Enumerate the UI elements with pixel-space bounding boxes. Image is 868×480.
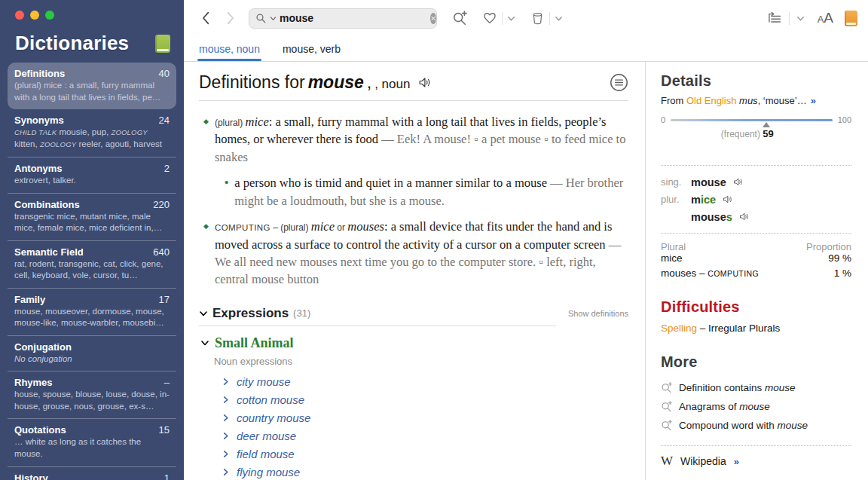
plural-table: mice 99 % mouses – COMPUTING 1 % — [661, 252, 851, 282]
search-scope-chevron-icon[interactable] — [270, 15, 277, 22]
frequency-min: 0 — [661, 115, 665, 124]
sidebar-item[interactable]: Conjugation No conjugation — [8, 335, 176, 371]
minimize-window-button[interactable] — [30, 11, 39, 20]
sidebar-item-label: Definitions — [14, 68, 65, 79]
pronounce-speaker-icon[interactable] — [417, 75, 432, 90]
expression-group-title[interactable]: Small Animal — [215, 335, 294, 351]
sidebar-item-count: 24 — [159, 115, 170, 126]
favorites-chevron-icon[interactable] — [507, 14, 515, 23]
definition-bullet-icon: ◆ — [203, 113, 209, 166]
wikipedia-label[interactable]: Wikipedia — [680, 455, 726, 467]
expression-item[interactable]: deer mouse — [222, 427, 628, 445]
dotted-divider — [661, 233, 851, 234]
definitions-list: ◆ (plural) mice: a small, furry mammal w… — [199, 101, 628, 301]
search-plus-icon — [661, 401, 672, 412]
back-icon[interactable] — [197, 9, 214, 27]
sidebar-title: Dictionaries — [15, 32, 129, 55]
expression-item[interactable]: country mouse — [222, 409, 628, 427]
more-item-label: Anagrams of mouse — [679, 401, 770, 412]
sidebar-item[interactable]: History 1 Word from the native lexical s… — [8, 466, 176, 480]
word-form-row: plur. mice — [661, 191, 851, 208]
sidebar-item[interactable]: Family 17 mouse, mouseover, dormouse, mo… — [8, 288, 176, 335]
show-definitions-button[interactable]: Show definitions — [568, 309, 628, 318]
more-item[interactable]: Anagrams of mouse — [661, 397, 851, 416]
sidebar-item[interactable]: Rhymes – house, spouse, blouse, louse, d… — [8, 371, 176, 418]
heading-prefix: Definitions for — [199, 72, 305, 93]
wikipedia-w-icon: W — [661, 454, 673, 469]
clear-search-icon[interactable]: ✕ — [430, 13, 436, 24]
sidebar-section-list: Definitions 40 (plural) mice : a small, … — [0, 63, 184, 480]
frequency-max: 100 — [838, 115, 851, 124]
zoom-window-button[interactable] — [45, 11, 54, 20]
sidebar-item[interactable]: Synonyms 24 CHILD TALK mousie, pup, ZOOL… — [8, 109, 176, 157]
green-book-icon — [155, 35, 170, 53]
toolbar-separator — [789, 12, 790, 25]
favorites-heart-icon[interactable] — [482, 11, 497, 26]
expression-item[interactable]: field mouse — [222, 445, 628, 463]
sidebar-item[interactable]: Combinations 220 transgenic mice, mutant… — [8, 193, 176, 240]
sidebar-item-preview: No conjugation — [14, 353, 170, 365]
word-form-row: sing. mouse — [661, 173, 851, 191]
etymology-more-link[interactable]: » — [811, 95, 816, 106]
sidebar-item-preview: … white as long as it catches the mouse.… — [14, 436, 170, 460]
expression-label: deer mouse — [237, 430, 296, 442]
bin-chevron-icon[interactable] — [555, 14, 563, 23]
expression-item[interactable]: city mouse — [222, 373, 628, 391]
difficulty-item[interactable]: Spelling – Irregular Plurals — [661, 323, 851, 334]
sidebar: Dictionaries Definitions 40 (plural) mic… — [0, 0, 184, 480]
frequency-track — [671, 119, 833, 121]
speaker-icon[interactable] — [738, 211, 750, 222]
definition-row: • a person who is timid and quiet in a m… — [225, 174, 628, 209]
sidebar-item-label: Synonyms — [14, 115, 64, 126]
sidebar-item[interactable]: Semantic Field 640 rat, rodent, transgen… — [8, 240, 176, 288]
export-chevron-icon[interactable] — [796, 14, 805, 23]
search-plus-icon — [661, 420, 672, 431]
wikipedia-more-icon[interactable]: » — [734, 456, 739, 467]
wikipedia-row[interactable]: W Wikipedia » — [661, 454, 851, 469]
form-label: sing. — [661, 176, 685, 188]
definition-text: (plural) mice: a small, furry mammal wit… — [215, 113, 628, 166]
definition-bullet-icon: • — [225, 174, 228, 209]
more-item[interactable]: Definition contains mouse — [661, 378, 851, 397]
orange-book-icon[interactable] — [845, 11, 857, 26]
sidebar-item[interactable]: Quotations 15 … white as long as it catc… — [8, 418, 176, 466]
expression-label: field mouse — [237, 448, 295, 460]
sidebar-item-preview: extrovert, talker. — [14, 175, 170, 187]
expression-item[interactable]: flying mouse — [222, 463, 628, 480]
sidebar-item-preview: mouse, mouseover, dormouse, mouse, mouse… — [14, 306, 170, 329]
search-field[interactable]: ✕ — [249, 8, 437, 29]
sidebar-item[interactable]: Definitions 40 (plural) mice : a small, … — [8, 63, 176, 109]
forward-icon[interactable] — [222, 9, 238, 27]
search-input[interactable] — [280, 12, 427, 24]
tab-bar: mouse, nounmouse, verb — [184, 36, 868, 62]
tab-mouse-verb[interactable]: mouse, verb — [281, 36, 342, 61]
tab-mouse-noun[interactable]: mouse, noun — [197, 36, 261, 61]
speaker-icon[interactable] — [722, 194, 733, 205]
export-list-icon[interactable] — [767, 11, 782, 26]
more-item[interactable]: Compound word with mouse — [661, 416, 851, 435]
sidebar-item-count: 40 — [159, 68, 170, 79]
group-collapse-chevron-icon[interactable] — [200, 338, 209, 347]
sidebar-item-preview: CHILD TALK mousie, pup, ZOOLOGY kitten, … — [14, 127, 170, 151]
sidebar-item[interactable]: Antonyms 2 extrovert, talker. — [8, 157, 176, 193]
expressions-collapse-chevron-icon[interactable] — [199, 309, 208, 318]
bin-icon[interactable] — [530, 11, 545, 26]
definition-text: a person who is timid and quiet in a man… — [234, 174, 628, 209]
multi-word-search-icon[interactable] — [452, 11, 467, 26]
sidebar-item-count: – — [164, 377, 170, 388]
close-window-button[interactable] — [15, 11, 24, 20]
speaker-icon[interactable] — [732, 176, 744, 188]
details-title: Details — [661, 72, 851, 90]
details-panel: Details From Old English mus, ‘mouse’… »… — [645, 62, 868, 480]
plural-table-header: Plural Proportion — [661, 241, 851, 252]
sidebar-item-label: Semantic Field — [14, 246, 84, 258]
sidebar-item-label: Quotations — [14, 424, 66, 436]
expression-item[interactable]: cotton mouse — [222, 391, 628, 409]
sidebar-item-preview: rat, rodent, transgenic, cat, click, gen… — [14, 258, 170, 282]
article-menu-icon[interactable] — [610, 73, 628, 92]
text-size-small-a: A — [818, 14, 824, 25]
plural-word: mice — [661, 252, 683, 264]
search-icon[interactable] — [255, 13, 267, 24]
text-size-button[interactable]: AA — [818, 10, 833, 26]
expression-label: country mouse — [237, 411, 310, 424]
